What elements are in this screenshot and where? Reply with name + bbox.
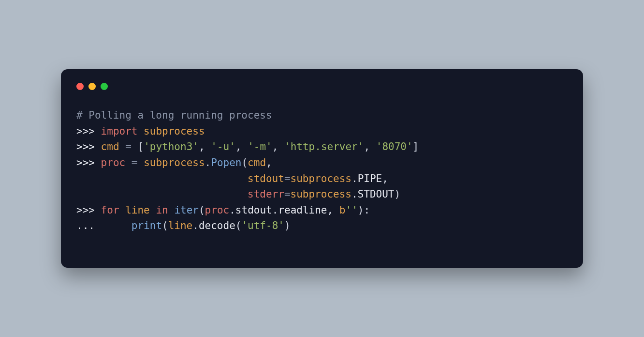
var-proc: proc xyxy=(205,204,230,216)
dot: . xyxy=(205,157,211,168)
paren-open: ( xyxy=(199,204,205,216)
var-line: line xyxy=(168,220,193,231)
var-cmd: cmd xyxy=(101,141,119,153)
attr-readline: readline xyxy=(278,204,327,216)
bracket-open: [ xyxy=(138,141,144,153)
comma: , xyxy=(364,141,370,153)
dot: . xyxy=(192,220,199,231)
attr-decode: decode xyxy=(199,220,235,231)
str-python3: 'python3' xyxy=(144,141,199,153)
close-icon[interactable] xyxy=(76,83,84,90)
const-stdout: STDOUT xyxy=(358,188,395,200)
code-block: # Polling a long running process >>> imp… xyxy=(76,107,568,233)
repl-prompt: >>> xyxy=(76,157,95,168)
kw-import: import xyxy=(101,125,138,137)
comma: , xyxy=(199,141,205,153)
fn-popen: Popen xyxy=(211,157,241,168)
minimize-icon[interactable] xyxy=(88,83,96,90)
paren-open: ( xyxy=(162,220,168,231)
dot: . xyxy=(229,204,235,216)
fn-iter: iter xyxy=(174,204,199,216)
str-httpserver: 'http.server' xyxy=(284,141,364,153)
paren-close: ) xyxy=(284,220,291,231)
kw-in: in xyxy=(156,204,168,216)
str-utf8: 'utf-8' xyxy=(241,220,284,231)
paren-close: ) xyxy=(394,188,400,200)
repl-prompt: >>> xyxy=(76,204,95,216)
str-port: '8070' xyxy=(376,141,413,153)
code-comment: # Polling a long running process xyxy=(76,109,272,121)
bytes-prefix: b xyxy=(339,204,346,216)
kw-stdout: stdout xyxy=(248,173,284,184)
str-m: '-m' xyxy=(248,141,272,153)
dot: . xyxy=(351,188,358,200)
paren-close: ) xyxy=(358,204,364,216)
repl-prompt: >>> xyxy=(76,141,95,153)
dot: . xyxy=(272,204,278,216)
comma: , xyxy=(266,157,272,168)
attr-stdout: stdout xyxy=(235,204,272,216)
fn-print: print xyxy=(132,220,162,231)
indent-body xyxy=(95,220,125,231)
zoom-icon[interactable] xyxy=(101,83,108,90)
indent xyxy=(76,188,248,200)
module-subprocess: subprocess xyxy=(291,173,351,184)
indent xyxy=(76,173,248,184)
kw-stderr: stderr xyxy=(248,188,284,200)
window-titlebar xyxy=(76,83,568,90)
str-u: '-u' xyxy=(211,141,235,153)
terminal-window: # Polling a long running process >>> imp… xyxy=(61,69,583,267)
comma: , xyxy=(235,141,242,153)
paren-open: ( xyxy=(235,220,242,231)
equals: = xyxy=(125,141,132,153)
repl-prompt: >>> xyxy=(76,125,95,137)
str-empty: '' xyxy=(345,204,357,216)
arg-cmd: cmd xyxy=(248,157,266,168)
paren-open: ( xyxy=(241,157,248,168)
comma: , xyxy=(327,204,334,216)
const-pipe: PIPE xyxy=(358,173,382,184)
bracket-close: ] xyxy=(413,141,419,153)
equals: = xyxy=(284,173,291,184)
module-subprocess: subprocess xyxy=(144,125,205,137)
comma: , xyxy=(272,141,278,153)
module-subprocess: subprocess xyxy=(144,157,205,168)
var-line: line xyxy=(125,204,150,216)
kw-for: for xyxy=(101,204,119,216)
equals: = xyxy=(284,188,291,200)
module-subprocess: subprocess xyxy=(291,188,351,200)
var-proc: proc xyxy=(101,157,126,168)
equals: = xyxy=(132,157,138,168)
colon: : xyxy=(364,204,370,216)
comma: , xyxy=(382,173,388,184)
dot: . xyxy=(351,173,358,184)
repl-continuation: ... xyxy=(76,220,95,231)
